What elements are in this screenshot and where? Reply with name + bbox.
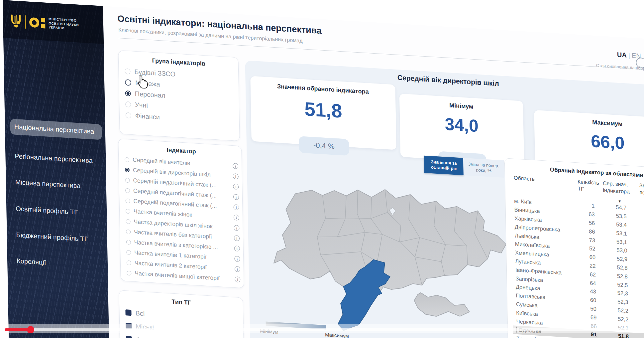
indicator-value: 52,3 xyxy=(605,289,638,297)
info-icon[interactable]: i xyxy=(234,246,240,252)
lang-ua[interactable]: UA xyxy=(617,51,627,59)
tg-count: 64 xyxy=(579,279,601,287)
radio-icon[interactable] xyxy=(125,198,130,203)
radio-icon[interactable] xyxy=(127,270,131,275)
checkbox-icon[interactable] xyxy=(125,309,131,316)
info-icon[interactable]: i xyxy=(233,204,239,210)
ministry-logo: МІНІСТЕРСТВО ОСВІТИ І НАУКИ УКРАЇНИ xyxy=(3,0,104,44)
radio-icon[interactable] xyxy=(125,101,131,107)
info-icon[interactable]: i xyxy=(233,173,239,179)
ukraine-map[interactable] xyxy=(257,154,513,338)
info-icon[interactable]: i xyxy=(234,215,239,221)
checkbox-icon[interactable] xyxy=(126,336,132,338)
change-value xyxy=(640,243,644,246)
indicator-value: 53,1 xyxy=(603,229,637,238)
change-value xyxy=(640,226,644,229)
sidebar-item-0[interactable]: Національна перспектива xyxy=(10,119,102,140)
tg-count: 60 xyxy=(580,296,601,304)
dashboard-card: МІНІСТЕРСТВО ОСВІТИ І НАУКИ УКРАЇНИ Наці… xyxy=(3,0,644,338)
change-value xyxy=(641,286,644,289)
indicator-value: 52,9 xyxy=(604,255,637,263)
indicator-value: 52,8 xyxy=(604,263,637,272)
radio-icon[interactable] xyxy=(125,90,131,96)
indicator-panel: Індикатор Середній вік вчителівiСередній… xyxy=(118,138,244,288)
tg-count: 52 xyxy=(579,245,600,253)
toggle-last-year-button[interactable]: Значення за останній рік xyxy=(424,156,464,175)
info-icon[interactable]: i xyxy=(233,194,239,200)
tg-count: 22 xyxy=(579,262,601,269)
kpi-min-number: 34,0 xyxy=(400,111,524,138)
info-icon[interactable]: i xyxy=(234,235,240,241)
ukraine-outline xyxy=(272,183,508,338)
video-progress-knob[interactable] xyxy=(27,326,34,333)
ministry-name: МІНІСТЕРСТВО ОСВІТИ І НАУКИ УКРАЇНИ xyxy=(49,17,79,31)
indicator-value: 52,5 xyxy=(604,280,638,289)
radio-icon[interactable] xyxy=(127,260,131,265)
trident-icon xyxy=(10,13,22,29)
sidebar-item-4[interactable]: Бюджетний профіль ТГ xyxy=(12,227,104,248)
kpi-min-title: Мінімум xyxy=(399,99,523,113)
radio-icon[interactable] xyxy=(125,188,130,193)
lang-separator: | xyxy=(627,52,632,59)
radio-icon[interactable] xyxy=(126,240,131,245)
tg-count: 69 xyxy=(580,313,602,321)
indicator-group-panel: Група індикаторів Будівлі ЗЗСОМережаПерс… xyxy=(118,50,240,141)
tg-count: 63 xyxy=(578,211,600,218)
change-value xyxy=(641,252,644,254)
radio-icon[interactable] xyxy=(125,167,130,172)
sidebar-item-2[interactable]: Місцева перспектива xyxy=(11,174,103,195)
indicator-value: 54,7 xyxy=(603,203,636,212)
indicator-value: 53,4 xyxy=(603,221,637,229)
tg-count: 62 xyxy=(579,270,601,278)
info-icon[interactable]: i xyxy=(233,163,238,169)
change-value xyxy=(640,209,644,212)
radio-icon[interactable] xyxy=(126,112,131,118)
radio-icon[interactable] xyxy=(126,209,130,214)
info-icon[interactable]: i xyxy=(235,266,240,272)
mon-o-logo xyxy=(29,17,46,28)
info-icon[interactable]: i xyxy=(234,225,239,231)
radio-icon[interactable] xyxy=(125,69,130,75)
tg-count: 86 xyxy=(578,228,600,235)
tg-count: 60 xyxy=(579,253,601,261)
info-icon[interactable]: i xyxy=(233,184,239,190)
indicator-value: 52,8 xyxy=(604,272,638,280)
change-value xyxy=(641,269,644,272)
radio-icon[interactable] xyxy=(126,219,130,224)
info-icon[interactable]: i xyxy=(234,256,240,262)
indicator-value: 51,8 xyxy=(605,332,639,338)
kpi-value-title: Значення обраного індикатора xyxy=(251,82,395,97)
kpi-max-number: 66,0 xyxy=(534,128,644,156)
sidebar-item-3[interactable]: Освітній профіль ТГ xyxy=(12,201,104,222)
tg-count: 43 xyxy=(580,288,601,295)
tg-count: 73 xyxy=(579,236,600,244)
legend-max-label: Максимум xyxy=(325,332,349,338)
tg-count: 50 xyxy=(580,305,602,312)
section-title: Середній вік директорів шкіл xyxy=(397,74,499,87)
radio-icon[interactable] xyxy=(126,250,131,255)
kpi-value-number: 51,8 xyxy=(251,94,396,125)
language-switcher: UA|EN xyxy=(617,51,641,60)
radio-icon[interactable] xyxy=(126,229,131,234)
lang-en[interactable]: EN xyxy=(632,52,641,60)
logo-divider xyxy=(25,15,26,29)
radio-icon[interactable] xyxy=(125,79,131,86)
change-value xyxy=(641,260,644,263)
info-icon[interactable]: i xyxy=(235,276,240,282)
kpi-card-value: Значення обраного індикатора 51,8 -0,4 % xyxy=(250,76,396,150)
sidebar-item-5[interactable]: Кореляції xyxy=(13,253,105,274)
mouse-cursor-icon xyxy=(136,75,149,89)
change-value xyxy=(640,235,644,238)
tg-count: 56 xyxy=(578,219,600,227)
indicator-value: 52,3 xyxy=(605,298,638,306)
map-region-crimea xyxy=(414,292,470,318)
toggle-change-button[interactable]: Зміна за попер. роки, % xyxy=(463,158,504,178)
indicator-value: 53,1 xyxy=(604,238,637,246)
sidebar-item-1[interactable]: Регіональна перспектива xyxy=(11,148,103,169)
change-value xyxy=(641,277,644,280)
radio-icon[interactable] xyxy=(125,178,130,183)
video-progress-track[interactable] xyxy=(0,328,644,331)
kpi-value-change-badge: -0,4 % xyxy=(299,136,349,156)
radio-icon[interactable] xyxy=(125,157,129,162)
indicator-value: 52,2 xyxy=(605,306,638,315)
